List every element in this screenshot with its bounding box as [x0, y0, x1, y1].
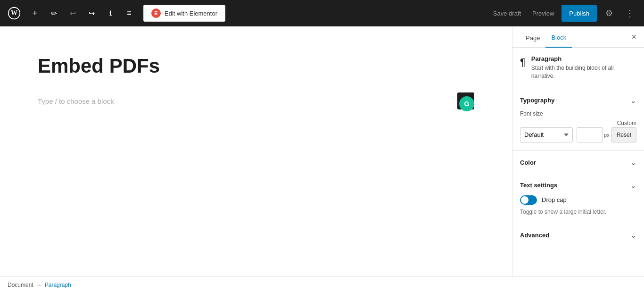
main-layout: Embed PDFs G Type / to choose a block + … — [0, 26, 644, 276]
text-settings-chevron-icon: ⌃ — [630, 181, 636, 190]
save-draft-button[interactable]: Save draft — [489, 10, 525, 17]
block-placeholder[interactable]: Type / to choose a block + — [38, 89, 474, 113]
drop-cap-label: Drop cap — [542, 196, 567, 203]
edit-with-elementor-button[interactable]: E Edit with Elementor — [143, 5, 225, 22]
right-panel: Page Block × ¶ Paragraph Start with the … — [512, 26, 644, 276]
redo-button[interactable]: ↪ — [83, 5, 100, 22]
preview-button[interactable]: Preview — [528, 10, 558, 17]
font-size-select-container: Default Small Medium Large X-Large — [520, 127, 573, 142]
status-bar: Document → Paragraph — [0, 276, 644, 293]
paragraph-info: Paragraph Start with the building block … — [531, 55, 636, 80]
grammarly-icon: G — [459, 96, 474, 111]
drop-cap-row: Drop cap — [512, 195, 644, 209]
elementor-btn-label: Edit with Elementor — [165, 10, 217, 17]
font-size-custom-container: Custom px Reset — [577, 120, 636, 142]
color-section: Color ⌄ — [512, 150, 644, 173]
info-button[interactable]: ℹ — [102, 5, 119, 22]
add-block-toolbar-button[interactable]: + — [26, 5, 43, 22]
font-size-controls: px Reset — [577, 127, 636, 142]
paragraph-title: Paragraph — [531, 55, 636, 62]
text-settings-label: Text settings — [520, 182, 557, 189]
typography-chevron-icon: ⌃ — [630, 96, 636, 105]
undo-button[interactable]: ↩ — [64, 5, 81, 22]
px-label: px — [604, 132, 610, 138]
reset-font-size-button[interactable]: Reset — [611, 127, 636, 142]
font-size-row: Default Small Medium Large X-Large Custo… — [520, 120, 636, 142]
breadcrumb-document[interactable]: Document — [8, 282, 33, 288]
placeholder-text: Type / to choose a block — [38, 97, 114, 105]
color-header[interactable]: Color ⌄ — [512, 151, 644, 173]
paragraph-section: ¶ Paragraph Start with the building bloc… — [512, 48, 644, 88]
paragraph-desc: Start with the building block of all nar… — [531, 64, 636, 80]
tools-button[interactable]: ✏ — [45, 5, 62, 22]
panel-tabs: Page Block × — [512, 26, 644, 48]
publish-button[interactable]: Publish — [561, 5, 597, 22]
elementor-icon: E — [151, 8, 161, 18]
custom-font-size-input[interactable] — [577, 127, 603, 142]
typography-label: Typography — [520, 97, 554, 104]
close-panel-button[interactable]: × — [631, 26, 636, 47]
tab-page[interactable]: Page — [520, 26, 545, 47]
custom-label: Custom — [617, 120, 636, 126]
page-title[interactable]: Embed PDFs — [38, 55, 474, 77]
color-label: Color — [520, 159, 536, 166]
editor-area[interactable]: Embed PDFs G Type / to choose a block + — [0, 26, 512, 276]
more-options-button[interactable]: ⋮ — [621, 5, 638, 22]
typography-content: Font size Default Small Medium Large X-L… — [512, 110, 644, 150]
grammarly-circle: G — [459, 96, 474, 111]
text-settings-section: Text settings ⌃ Drop cap Toggle to show … — [512, 173, 644, 223]
typography-header[interactable]: Typography ⌃ — [512, 88, 644, 110]
paragraph-icon: ¶ — [520, 56, 526, 68]
tab-block[interactable]: Block — [545, 26, 572, 48]
breadcrumb-separator: → — [36, 282, 42, 288]
drop-cap-desc: Toggle to show a large initial letter. — [512, 209, 644, 223]
advanced-chevron-icon: ⌄ — [630, 231, 636, 240]
drop-cap-toggle[interactable] — [520, 195, 537, 205]
advanced-header[interactable]: Advanced ⌄ — [512, 223, 644, 245]
main-toolbar: W + ✏ ↩ ↪ ℹ ≡ E Edit with Elementor Save… — [0, 0, 644, 26]
typography-section: Typography ⌃ Font size Default Small Med… — [512, 88, 644, 150]
toolbar-right-actions: Save draft Preview Publish ⚙ ⋮ — [489, 5, 638, 22]
breadcrumb-paragraph[interactable]: Paragraph — [45, 282, 71, 288]
wp-logo-icon[interactable]: W — [6, 5, 23, 22]
advanced-section: Advanced ⌄ — [512, 223, 644, 245]
text-settings-header[interactable]: Text settings ⌃ — [512, 173, 644, 195]
svg-text:W: W — [11, 9, 17, 17]
advanced-label: Advanced — [520, 232, 549, 239]
font-size-label: Font size — [520, 110, 636, 117]
font-size-select[interactable]: Default Small Medium Large X-Large — [520, 127, 573, 142]
color-chevron-icon: ⌄ — [630, 158, 636, 167]
list-view-button[interactable]: ≡ — [121, 5, 138, 22]
settings-button[interactable]: ⚙ — [601, 5, 618, 22]
